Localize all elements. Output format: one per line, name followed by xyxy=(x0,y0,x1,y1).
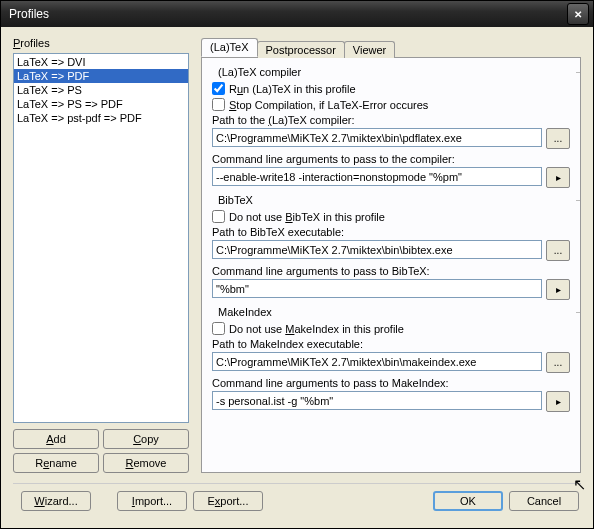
list-item[interactable]: LaTeX => PS => PDF xyxy=(14,97,188,111)
add-button[interactable]: Add xyxy=(13,429,99,449)
makeindex-group-title: MakeIndex xyxy=(218,306,570,318)
stop-on-error-checkbox[interactable]: Stop Compilation, if LaTeX-Error occures xyxy=(212,98,570,111)
profiles-label: Profiles xyxy=(13,37,189,49)
import-button[interactable]: Import... xyxy=(117,491,187,511)
close-icon[interactable]: ✕ xyxy=(567,3,589,25)
profiles-panel: Profiles LaTeX => DVI LaTeX => PDF LaTeX… xyxy=(13,37,189,473)
bibtex-group-title: BibTeX xyxy=(218,194,570,206)
bibtex-args-input[interactable] xyxy=(212,279,542,298)
tab-viewer[interactable]: Viewer xyxy=(344,41,395,58)
latex-path-input[interactable] xyxy=(212,128,542,147)
tab-content: (La)TeX compiler Run (La)TeX in this pro… xyxy=(201,57,581,473)
wizard-button[interactable]: Wizard... xyxy=(21,491,91,511)
titlebar[interactable]: Profiles ✕ xyxy=(1,1,593,27)
tab-postprocessor[interactable]: Postprocessor xyxy=(257,41,345,58)
copy-button[interactable]: Copy xyxy=(103,429,189,449)
latex-group-title: (La)TeX compiler xyxy=(218,66,570,78)
bibtex-args-label: Command line arguments to pass to BibTeX… xyxy=(212,265,570,277)
browse-latex-button[interactable]: ... xyxy=(546,128,570,149)
export-button[interactable]: Export... xyxy=(193,491,263,511)
ok-button[interactable]: OK xyxy=(433,491,503,511)
tab-bar: (La)TeX Postprocessor Viewer xyxy=(201,37,581,57)
makeindex-args-expand-button[interactable]: ▸ xyxy=(546,391,570,412)
browse-bibtex-button[interactable]: ... xyxy=(546,240,570,261)
bibtex-path-input[interactable] xyxy=(212,240,542,259)
settings-panel: (La)TeX Postprocessor Viewer (La)TeX com… xyxy=(201,37,581,473)
list-item[interactable]: LaTeX => pst-pdf => PDF xyxy=(14,111,188,125)
cancel-button[interactable]: Cancel xyxy=(509,491,579,511)
latex-args-expand-button[interactable]: ▸ xyxy=(546,167,570,188)
dialog-body: Profiles LaTeX => DVI LaTeX => PDF LaTeX… xyxy=(1,27,593,528)
makeindex-group: MakeIndex Do not use MakeIndex in this p… xyxy=(212,306,570,412)
profiles-list[interactable]: LaTeX => DVI LaTeX => PDF LaTeX => PS La… xyxy=(13,53,189,423)
bibtex-group: BibTeX Do not use BibTeX in this profile… xyxy=(212,194,570,300)
makeindex-path-label: Path to MakeIndex executable: xyxy=(212,338,570,350)
list-item[interactable]: LaTeX => PDF xyxy=(14,69,188,83)
bibtex-args-expand-button[interactable]: ▸ xyxy=(546,279,570,300)
latex-args-label: Command line arguments to pass to the co… xyxy=(212,153,570,165)
remove-button[interactable]: Remove xyxy=(103,453,189,473)
browse-makeindex-button[interactable]: ... xyxy=(546,352,570,373)
skip-makeindex-checkbox[interactable]: Do not use MakeIndex in this profile xyxy=(212,322,570,335)
latex-path-label: Path to the (La)TeX compiler: xyxy=(212,114,570,126)
latex-group: (La)TeX compiler Run (La)TeX in this pro… xyxy=(212,66,570,188)
run-latex-checkbox[interactable]: Run (La)TeX in this profile xyxy=(212,82,570,95)
profiles-dialog: Profiles ✕ Profiles LaTeX => DVI LaTeX =… xyxy=(0,0,594,529)
makeindex-path-input[interactable] xyxy=(212,352,542,371)
tab-latex[interactable]: (La)TeX xyxy=(201,38,258,57)
makeindex-args-label: Command line arguments to pass to MakeIn… xyxy=(212,377,570,389)
window-title: Profiles xyxy=(5,7,567,21)
rename-button[interactable]: Rename xyxy=(13,453,99,473)
bibtex-path-label: Path to BibTeX executable: xyxy=(212,226,570,238)
footer: Wizard... Import... Export... OK Cancel xyxy=(13,483,581,518)
makeindex-args-input[interactable] xyxy=(212,391,542,410)
list-item[interactable]: LaTeX => DVI xyxy=(14,55,188,69)
latex-args-input[interactable] xyxy=(212,167,542,186)
list-item[interactable]: LaTeX => PS xyxy=(14,83,188,97)
skip-bibtex-checkbox[interactable]: Do not use BibTeX in this profile xyxy=(212,210,570,223)
